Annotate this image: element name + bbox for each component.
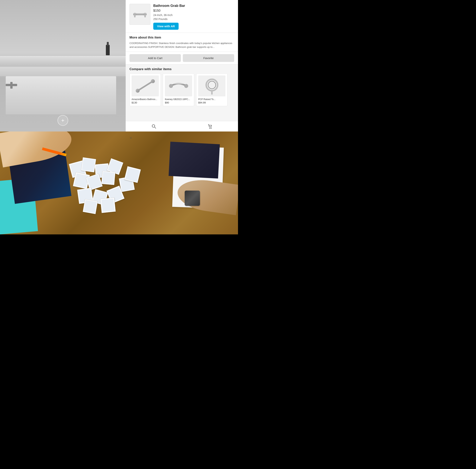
svg-rect-4 [144, 14, 146, 17]
product-info: Bathroom Grab Bar $150 24-Inch, 36-Inch … [153, 4, 234, 30]
compare-item-3[interactable]: PCP Raised To... $94.99 [196, 73, 227, 106]
compare-items-list: AmazonBasics Bathroo... $130 [129, 73, 234, 106]
compare-item-img-2 [165, 75, 192, 96]
svg-point-13 [152, 125, 155, 127]
compare-item-img-1 [132, 75, 159, 96]
svg-rect-3 [134, 14, 136, 17]
cards-pile [67, 158, 143, 215]
card-7 [101, 171, 115, 185]
bottom-nav [126, 121, 238, 132]
product-thumbnail [129, 4, 150, 25]
compare-title: Compare with similar items [129, 67, 234, 71]
svg-point-7 [151, 79, 155, 83]
bath-ledge-middle [0, 67, 126, 76]
bath-interior [6, 76, 116, 114]
dark-board-right [169, 142, 220, 178]
compare-item-1[interactable]: AmazonBasics Bathroo... $130 [129, 73, 161, 106]
compare-item-price-1: $130 [132, 101, 159, 104]
product-spec-weight: 250 Pounds [153, 17, 234, 21]
soap-dispenser [105, 42, 111, 55]
svg-line-5 [138, 81, 153, 91]
bath-ledge-top [0, 55, 126, 67]
compare-item-img-3 [198, 75, 225, 96]
camera-view: + [0, 0, 126, 132]
more-about-title: More about this item [129, 36, 234, 39]
product-name: Bathroom Grab Bar [153, 4, 234, 8]
svg-point-16 [211, 128, 211, 128]
card-2 [81, 157, 96, 172]
compare-item-price-2: $90 [165, 101, 192, 104]
compare-item-name-2: Keeney GB2022-16PC... [165, 98, 192, 100]
product-header: Bathroom Grab Bar $150 24-Inch, 36-Inch … [126, 0, 238, 33]
more-about-text: COORDINATING FINISH: Stainless finish co… [129, 41, 234, 49]
favorite-button[interactable]: Favorite [183, 54, 234, 62]
add-to-cart-button[interactable]: Add to Cart [129, 54, 181, 62]
view-with-ar-button[interactable]: View with AR [153, 23, 179, 30]
add-button[interactable]: + [58, 115, 68, 126]
card-12 [83, 199, 98, 214]
x-mark: × [129, 135, 132, 141]
faucet [6, 82, 21, 91]
svg-point-8 [169, 84, 173, 88]
product-panel: Bathroom Grab Bar $150 24-Inch, 36-Inch … [126, 0, 238, 132]
cart-icon[interactable] [207, 123, 213, 129]
compare-item-name-1: AmazonBasics Bathroo... [132, 98, 159, 100]
compare-item-name-3: PCP Raised To... [198, 98, 225, 100]
compare-item-2[interactable]: Keeney GB2022-16PC... $90 [163, 73, 194, 106]
more-about-section: More about this item COORDINATING FINISH… [126, 33, 238, 52]
hand-item [185, 191, 200, 206]
product-price: $150 [153, 9, 234, 13]
search-icon[interactable] [151, 123, 157, 129]
card-13 [100, 198, 116, 213]
compare-section: Compare with similar items [126, 65, 238, 108]
action-buttons: Add to Cart Favorite [126, 52, 238, 65]
svg-point-15 [209, 128, 210, 128]
svg-point-9 [184, 84, 188, 88]
bottom-section: × [0, 132, 238, 234]
product-spec-size: 24-Inch, 36-Inch [153, 13, 234, 17]
top-section: + [0, 0, 238, 132]
svg-point-11 [208, 81, 216, 89]
compare-item-price-3: $94.99 [198, 101, 225, 104]
svg-line-14 [155, 127, 156, 128]
svg-point-6 [136, 89, 140, 93]
